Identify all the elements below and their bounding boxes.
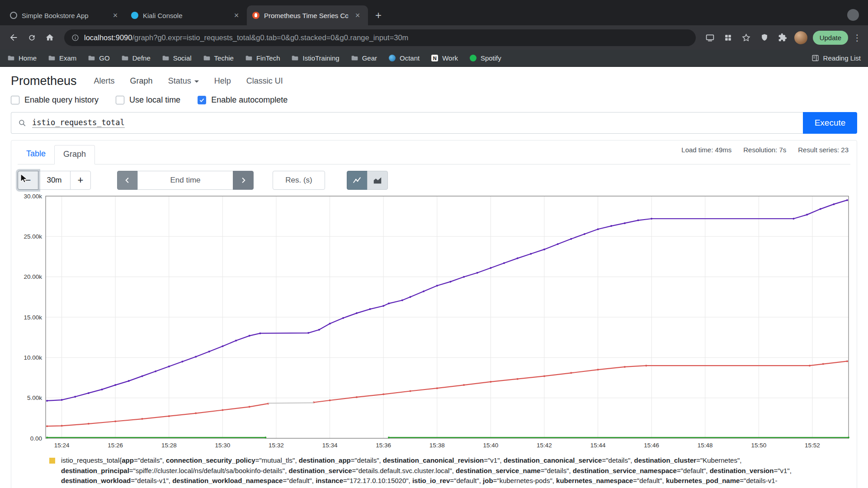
close-tab-icon[interactable]: × [353,10,363,20]
execute-button[interactable]: Execute [803,112,857,134]
svg-text:10.00k: 10.00k [24,354,42,361]
nav-link-status[interactable]: Status [168,76,199,86]
chevron-right-icon [239,176,247,184]
bookmark-fintech[interactable]: FinTech [245,54,280,62]
tab-title: Prometheus Time Series Collec [264,12,348,19]
folder-icon [88,54,95,62]
bookmark-social[interactable]: Social [162,54,192,62]
resolution: Resolution: 7s [743,146,786,154]
home-icon[interactable] [42,29,58,46]
octant-logo-icon [388,54,396,62]
legend-swatch [49,458,55,464]
extensions-puzzle-icon[interactable] [774,29,791,46]
nav-link-alerts[interactable]: Alerts [94,76,115,86]
bookmark-defne[interactable]: Defne [121,54,151,62]
nav-link-graph[interactable]: Graph [130,76,153,86]
svg-text:5.00k: 5.00k [27,394,42,401]
stacked-chart-button[interactable] [367,171,388,190]
mouse-cursor [20,174,30,184]
folder-icon [48,54,56,62]
svg-text:15:42: 15:42 [537,442,552,449]
series-legend[interactable]: istio_requests_total{app="details", conn… [49,455,809,488]
svg-text:15:38: 15:38 [429,442,445,449]
increase-range-button[interactable]: + [70,171,91,190]
bookmarks-bar: Home Exam GO Defne Social Techie FinTech… [0,50,868,67]
expression-input[interactable]: istio_requests_total [11,112,803,134]
cast-icon[interactable] [702,29,718,46]
browser-tab-prometheus[interactable]: Prometheus Time Series Collec × [247,5,368,25]
shield-extension-icon[interactable] [756,29,773,46]
bookmark-istiotraining[interactable]: IstioTraining [291,54,339,62]
bookmark-exam[interactable]: Exam [48,54,76,62]
notion-logo-icon: N [431,54,439,62]
bookmark-star-icon[interactable] [738,29,755,46]
bookmark-techie[interactable]: Techie [203,54,234,62]
browser-tab-kiali[interactable]: Kiali Console × [126,5,247,25]
svg-text:15:48: 15:48 [698,442,713,449]
kiali-favicon-icon [131,12,138,19]
resolution-input[interactable] [273,171,325,190]
line-chart-icon [352,175,362,185]
svg-text:15:34: 15:34 [322,442,338,449]
time-series-chart[interactable]: 15:2415:2615:2815:3015:3215:3415:3615:38… [18,193,851,449]
line-chart-button[interactable] [347,171,368,190]
svg-text:15:30: 15:30 [215,442,230,449]
spotify-logo-icon [469,54,477,62]
range-input[interactable] [38,171,71,190]
tab-search-icon[interactable] [847,9,859,21]
tab-table[interactable]: Table [18,145,54,164]
nav-link-help[interactable]: Help [214,76,231,86]
new-tab-button[interactable]: + [371,8,386,23]
svg-text:15:36: 15:36 [376,442,391,449]
end-time-input[interactable] [137,171,233,190]
reading-list-button[interactable]: Reading List [811,54,861,62]
reading-list-icon [811,54,819,62]
profile-avatar[interactable] [794,31,807,44]
time-back-button[interactable] [117,171,138,190]
query-history-checkbox[interactable] [11,96,19,104]
apps-grid-icon[interactable] [720,29,736,46]
load-time: Load time: 49ms [681,146,731,154]
reload-icon[interactable] [24,29,40,46]
bookmark-work[interactable]: NWork [431,54,458,62]
svg-text:15:52: 15:52 [805,442,820,449]
browser-update-button[interactable]: Update [813,31,848,45]
browser-menu-icon[interactable]: ⋮ [852,33,863,43]
browser-tab-bookstore[interactable]: Simple Bookstore App × [5,5,126,25]
prometheus-navbar: Prometheus Alerts Graph Status Help Clas… [0,67,868,92]
svg-text:15:50: 15:50 [751,442,766,449]
bookmark-spotify[interactable]: Spotify [469,54,501,62]
close-tab-icon[interactable]: × [231,10,241,20]
tab-title: Kiali Console [143,12,227,19]
time-forward-button[interactable] [233,171,254,190]
query-stats: Load time: 49ms Resolution: 7s Result se… [681,146,849,154]
bookmark-gear[interactable]: Gear [351,54,377,62]
tab-graph[interactable]: Graph [54,145,95,164]
url-bar[interactable]: localhost:9090/graph?g0.expr=istio_reque… [64,29,696,46]
folder-icon [203,54,211,62]
back-icon[interactable] [5,29,22,46]
folder-icon [7,54,15,62]
bookmark-go[interactable]: GO [88,54,109,62]
bookmark-octant[interactable]: Octant [388,54,420,62]
autocomplete-checkbox[interactable] [198,96,206,104]
chevron-down-icon [194,80,199,83]
close-tab-icon[interactable]: × [110,10,120,20]
option-autocomplete: Enable autocomplete [198,95,288,105]
browser-tab-strip: Simple Bookstore App × Kiali Console × P… [0,0,868,25]
query-row: istio_requests_total Execute [11,112,857,134]
bookmark-home[interactable]: Home [7,54,37,62]
svg-text:15:24: 15:24 [54,442,70,449]
local-time-checkbox[interactable] [116,96,124,104]
prometheus-brand[interactable]: Prometheus [11,74,77,88]
resolution-control [273,171,325,190]
nav-link-classic-ui[interactable]: Classic UI [246,76,283,86]
folder-icon [291,54,299,62]
svg-text:0.00: 0.00 [30,435,42,442]
stacked-chart-icon [373,175,382,185]
query-expression-text: istio_requests_total [32,118,125,128]
site-info-icon[interactable] [71,34,79,42]
end-time-control [117,171,254,190]
option-query-history: Enable query history [11,95,99,105]
svg-text:15.00k: 15.00k [24,314,42,321]
